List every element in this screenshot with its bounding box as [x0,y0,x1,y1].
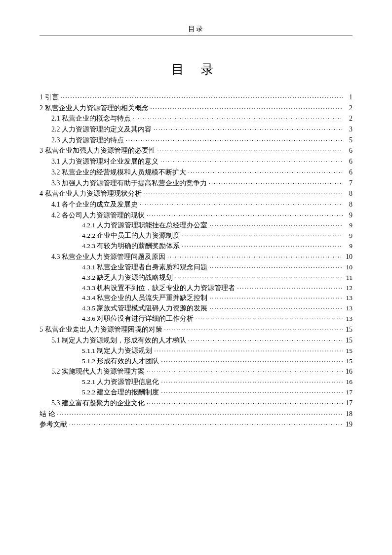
toc-leader [144,189,343,199]
toc-entry: 4.1 各个企业的成立及发展史8 [39,199,353,210]
toc-entry: 5.2 实施现代人力资源管理方案16 [39,366,353,377]
toc-entry: 2.3 人力资源管理的特点5 [39,135,353,146]
toc-leader [147,399,343,408]
toc-leader [157,146,343,156]
toc-entry-label: 3 私营企业加强人力资源管理的必要性 [39,145,156,156]
toc-entry: 2 私营企业人力资源管理的相关概念2 [39,103,353,114]
toc-entry-page: 15 [345,324,353,335]
toc-leader [161,388,343,397]
toc-entry-page: 18 [345,409,353,420]
toc-entry: 4.3.5 家族式管理模式阻碍人力资源的发展13 [39,303,353,314]
toc-entry-page: 13 [345,293,353,303]
toc-entry-page: 17 [345,398,353,409]
toc-leader [161,357,343,366]
toc-leader [209,304,343,313]
toc-entry-page: 8 [345,188,353,199]
toc-entry-page: 16 [345,377,353,387]
toc-entry-label: 4.2 各公司人力资源管理的现状 [51,210,145,221]
toc-entry: 4.2.2 企业中员工的人力资源制度9 [39,231,353,241]
toc-entry-label: 5.1.1 制定人力资源规划 [82,346,152,356]
toc-leader [161,378,343,387]
toc-title: 目 录 [39,61,353,78]
toc-entry-page: 6 [345,156,353,167]
toc-entry-page: 10 [345,262,353,273]
toc-entry: 3.3 加强人力资源管理有助于提高私营企业的竞争力7 [39,178,353,189]
toc-entry-page: 16 [345,366,353,377]
toc-entry-page: 12 [345,283,353,294]
toc-entry-label: 5.2.1 人力资源管理信息化 [82,377,159,387]
toc-entry-label: 4.2.3 有较为明确的薪酬奖励体系 [82,241,180,252]
toc-entry-page: 17 [345,387,353,398]
toc-leader [61,93,343,102]
toc-entry: 4.3.3 机构设置不到位，缺乏专业的人力资源管理者12 [39,283,353,294]
toc-entry-label: 4.3.6 对职位没有进行详细的工作分析 [82,314,194,324]
toc-entry: 4.2.3 有较为明确的薪酬奖励体系9 [39,241,353,252]
toc-entry-label: 4.2.2 企业中员工的人力资源制度 [82,231,180,241]
toc-entry: 5.1.2 形成有效的人才团队15 [39,356,353,367]
toc-entry-label: 4.3.5 家族式管理模式阻碍人力资源的发展 [82,303,207,314]
toc-entry-page: 15 [345,346,353,356]
toc-leader [237,284,343,293]
toc-entry-page: 6 [345,145,353,156]
toc-entry-label: 5 私营企业走出人力资源管理困境的对策 [39,324,162,335]
toc-entry-page: 9 [345,210,353,221]
toc-leader [188,336,343,345]
toc-entry-label: 4.3.3 机构设置不到位，缺乏专业的人力资源管理者 [82,283,235,294]
toc-entry-page: 2 [345,113,353,124]
toc-entry-page: 2 [345,103,353,114]
toc-leader [209,263,343,272]
toc-entry-label: 2.3 人力资源管理的特点 [51,135,124,146]
toc-entry: 2.1 私营企业的概念与特点2 [39,113,353,124]
toc-entry-label: 4.3 私营企业人力资源管理问题及原因 [51,252,165,262]
toc-leader [133,114,343,124]
toc-entry-page: 6 [345,167,353,178]
toc-entry: 3.2 私营企业的经营规模和人员规模不断扩大6 [39,167,353,178]
page: 目录 目 录 1 引言12 私营企业人力资源管理的相关概念22.1 私营企业的概… [0,0,392,555]
toc-entry-label: 5.1 制定人力资源规划，形成有效的人才梯队 [51,335,186,346]
toc-entry-label: 3.1 人力资源管理对企业发展的意义 [51,156,158,167]
toc-entry-page: 13 [345,303,353,314]
toc-entry: 4 私营企业人力资源管理现状分析8 [39,188,353,199]
toc-entry: 5.1.1 制定人力资源规划15 [39,346,353,356]
toc-entry: 4.3.6 对职位没有进行详细的工作分析13 [39,314,353,324]
toc-leader [196,314,343,324]
toc-entry-label: 4 私营企业人力资源管理现状分析 [39,188,142,199]
toc-leader [188,168,343,177]
toc-leader [164,325,343,335]
toc-leader [69,420,343,429]
toc-entry-label: 5.1.2 形成有效的人才团队 [82,356,159,367]
toc-list: 1 引言12 私营企业人力资源管理的相关概念22.1 私营企业的概念与特点22.… [39,92,353,430]
toc-entry: 5 私营企业走出人力资源管理困境的对策15 [39,324,353,335]
toc-entry-page: 3 [345,124,353,135]
toc-entry: 5.2.1 人力资源管理信息化16 [39,377,353,387]
toc-entry-page: 9 [345,241,353,252]
running-header: 目录 [39,25,353,34]
toc-entry-label: 2 私营企业人力资源管理的相关概念 [39,103,149,114]
toc-entry-label: 参考文献 [39,419,67,430]
toc-entry: 4.3 私营企业人力资源管理问题及原因10 [39,252,353,262]
toc-entry: 5.3 建立富有凝聚力的企业文化17 [39,398,353,409]
toc-entry: 4.3.1 私营企业管理者自身素质和观念问题10 [39,262,353,273]
toc-entry-label: 5.2.2 建立合理的报酬制度 [82,387,159,398]
toc-leader [151,104,343,113]
toc-entry: 参考文献19 [39,419,353,430]
toc-leader [209,221,343,230]
toc-entry-page: 5 [345,135,353,146]
toc-entry-label: 2.2 人力资源管理的定义及其内容 [51,124,152,135]
toc-entry-page: 19 [345,419,353,430]
toc-leader [175,273,343,283]
toc-leader [209,179,343,188]
toc-entry: 4.2.1 人力资源管理职能挂在总经理办公室9 [39,220,353,231]
toc-entry: 1 引言1 [39,92,353,103]
toc-entry-label: 3.2 私营企业的经营规模和人员规模不断扩大 [51,167,186,178]
toc-entry: 5.1 制定人力资源规划，形成有效的人才梯队15 [39,335,353,346]
header-rule [39,36,353,36]
toc-entry-page: 1 [345,92,353,103]
toc-entry: 5.2.2 建立合理的报酬制度17 [39,387,353,398]
toc-entry-label: 4.2.1 人力资源管理职能挂在总经理办公室 [82,220,207,231]
toc-entry-page: 15 [345,356,353,367]
toc-entry: 3.1 人力资源管理对企业发展的意义6 [39,156,353,167]
toc-entry-page: 15 [345,335,353,346]
toc-entry-label: 4.1 各个企业的成立及发展史 [51,199,138,210]
toc-leader [147,211,343,220]
